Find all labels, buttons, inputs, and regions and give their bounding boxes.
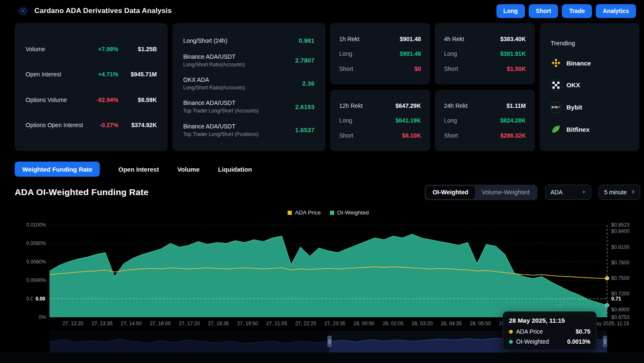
tab-open-interest[interactable]: Open Interest: [118, 166, 159, 173]
ls-label: Binance ADA/USDT: [183, 53, 245, 60]
ls-value: 0.981: [299, 37, 314, 44]
analytics-button[interactable]: Analytics: [596, 4, 636, 18]
toggle-volume-weighted[interactable]: Volume-Weighted: [475, 186, 536, 199]
chart-controls: OI-Weighted Volume-Weighted ADA ▼ 5 minu…: [425, 185, 640, 200]
legend-swatch-teal: [330, 211, 334, 215]
long-short-card: Long/Short (24h) 0.981 Binance ADA/USDT …: [172, 23, 325, 151]
market-stats-card: Volume +7.99% $1.25B Open Interest +4.71…: [15, 23, 168, 151]
stat-label: Volume: [26, 46, 86, 52]
rekt-long-value: $824.28K: [500, 117, 526, 124]
exchange-name: OKX: [566, 81, 580, 89]
bottom-strip: [0, 353, 644, 363]
ls-label: Long/Short (24h): [183, 37, 227, 44]
tooltip-timestamp: 28 May 2025, 11:15: [509, 317, 590, 324]
exchange-name: Bitfinex: [566, 126, 589, 133]
svg-text:0.0040%: 0.0040%: [26, 277, 47, 283]
derivatives-dashboard: Cardano ADA Derivatives Data Analysis Lo…: [0, 0, 644, 363]
svg-text:27, 23:35: 27, 23:35: [325, 321, 345, 326]
trending-item-bitfinex[interactable]: Bitfinex: [551, 124, 628, 135]
chart-legend: ADA Price OI-Weighted: [49, 209, 607, 216]
stat-value: $6.59K: [118, 97, 157, 103]
svg-text:$0.7500: $0.7500: [611, 275, 630, 281]
legend-ada-price[interactable]: ADA Price: [288, 209, 321, 216]
trending-item-bybit[interactable]: BYBIT Bybit: [551, 102, 628, 113]
svg-text:27, 14:50: 27, 14:50: [121, 321, 142, 326]
interval-select[interactable]: 5 minute ▲▼: [599, 185, 640, 200]
svg-text:0.0060%: 0.0060%: [26, 259, 47, 265]
tab-liquidation[interactable]: Liquidation: [218, 166, 252, 173]
rekt-short-value: $6.10K: [402, 132, 421, 139]
trade-button[interactable]: Trade: [562, 4, 592, 18]
interval-select-value: 5 minute: [604, 189, 627, 196]
svg-text:27, 19:50: 27, 19:50: [237, 321, 258, 326]
rekt-short-label: Short: [339, 132, 353, 139]
rekt-long-label: Long: [339, 117, 352, 124]
trending-item-binance[interactable]: Binance: [551, 57, 628, 68]
stat-row-volume: Volume +7.99% $1.25B: [26, 46, 157, 52]
legend-oi-weighted[interactable]: OI-Weighted: [330, 209, 369, 216]
chevron-down-icon: ▼: [582, 190, 586, 194]
legend-swatch-yellow: [288, 211, 292, 215]
long-button[interactable]: Long: [496, 4, 525, 18]
rekt-total: $647.29K: [395, 102, 421, 109]
tooltip-row-ada-price: ADA Price $0.75: [509, 328, 590, 335]
symbol-select[interactable]: ADA ▼: [545, 185, 591, 200]
page-title: Cardano ADA Derivatives Data Analysis: [34, 7, 172, 15]
stat-change: +4.71%: [86, 71, 118, 78]
svg-text:27, 21:05: 27, 21:05: [266, 321, 287, 326]
ls-label: Binance ADA/USDT: [183, 99, 259, 106]
stat-change: -0.27%: [86, 122, 118, 128]
chart-tabs: Weighted Funding Rate Open Interest Volu…: [15, 162, 252, 177]
ls-value: 1.6537: [295, 126, 314, 133]
rekt-long-label: Long: [444, 50, 457, 57]
ls-sublabel: Top Trader Long/Short (Accounts): [183, 108, 259, 114]
trending-item-okx[interactable]: OKX: [551, 80, 628, 91]
rekt-column-2: 4h Rekt $383.40K Long $381.91K Short $1.…: [435, 23, 535, 151]
svg-text:27, 18:35: 27, 18:35: [208, 321, 229, 326]
bitfinex-icon: [551, 124, 561, 135]
rekt-card-12h: 12h Rekt $647.29K Long $641.19K Short $6…: [330, 90, 430, 151]
svg-text:0.00: 0.00: [36, 296, 46, 302]
svg-text:28, 00:50: 28, 00:50: [353, 321, 374, 326]
svg-text:0.0100%: 0.0100%: [26, 222, 47, 228]
short-button[interactable]: Short: [529, 4, 558, 18]
ls-value: 2.6193: [295, 103, 314, 110]
ls-value: 2.36: [302, 80, 314, 87]
rekt-short-value: $1.50K: [507, 65, 526, 72]
ls-sublabel: Long/Short Ratio(Accounts): [183, 62, 245, 68]
svg-text:$0.6753: $0.6753: [611, 314, 630, 320]
tab-weighted-funding-rate[interactable]: Weighted Funding Rate: [15, 162, 100, 177]
chart-header: ADA OI-Weighted Funding Rate OI-Weighted…: [15, 184, 640, 201]
teal-dot-icon: [509, 340, 513, 344]
chart-tooltip: 28 May 2025, 11:15 ADA Price $0.75 OI-We…: [503, 311, 597, 350]
grip-icon: [604, 339, 606, 344]
navigator-handle-left[interactable]: [327, 336, 332, 347]
grip-icon: [329, 339, 330, 344]
ls-label: Binance ADA/USDT: [183, 123, 258, 130]
chart-plot-area[interactable]: [49, 222, 607, 317]
stat-value: $374.92K: [118, 122, 157, 128]
ls-sublabel: Top Trader Long/Short (Positions): [183, 131, 258, 137]
weight-toggle: OI-Weighted Volume-Weighted: [425, 185, 538, 200]
svg-text:$0.8400: $0.8400: [611, 228, 630, 234]
header: Cardano ADA Derivatives Data Analysis Lo…: [0, 0, 644, 22]
yellow-dot-icon: [509, 330, 513, 334]
ls-row: Binance ADA/USDT Top Trader Long/Short (…: [183, 99, 314, 114]
navigator-handle-right[interactable]: [603, 336, 607, 347]
toggle-oi-weighted[interactable]: OI-Weighted: [426, 186, 475, 199]
rekt-short-value: $286.32K: [500, 132, 526, 139]
stat-row-open-interest: Open Interest +4.71% $945.71M: [26, 71, 157, 78]
stat-change: -92.94%: [86, 97, 118, 103]
exchange-name: Binance: [566, 60, 591, 67]
bybit-icon: BYBIT: [551, 102, 561, 113]
svg-text:$0.6900: $0.6900: [611, 307, 630, 313]
ls-label: OKX ADA: [183, 76, 245, 83]
svg-text:0%: 0%: [39, 314, 47, 320]
rekt-short-label: Short: [444, 132, 458, 139]
rekt-short-value: $0: [414, 65, 421, 72]
rekt-total: $383.40K: [500, 36, 526, 42]
stat-row-options-open-interest: Options Open Interest -0.27% $374.92K: [26, 122, 157, 128]
svg-text:$0.7200: $0.7200: [611, 291, 630, 297]
tab-volume[interactable]: Volume: [177, 166, 200, 173]
rekt-long-value: $901.48: [400, 50, 421, 57]
